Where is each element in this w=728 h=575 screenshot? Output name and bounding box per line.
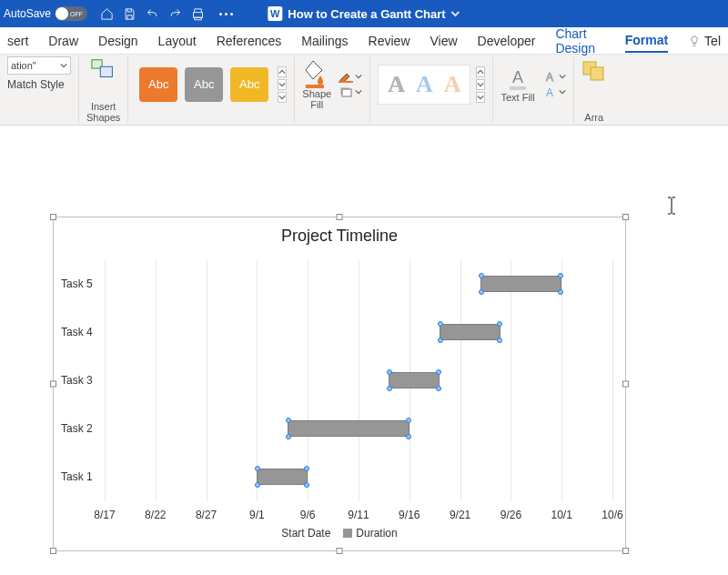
series-edit-handle[interactable] xyxy=(436,386,441,391)
title-bar: AutoSave OFF W How to Create a Gantt Cha… xyxy=(0,0,728,27)
x-axis-tick: 9/16 xyxy=(399,509,420,521)
resize-handle-e[interactable] xyxy=(622,381,629,388)
shape-style-orange[interactable]: Abc xyxy=(139,67,177,102)
x-axis-tick: 8/17 xyxy=(94,509,115,521)
bar-duration[interactable] xyxy=(389,372,440,388)
insert-shapes-icon[interactable] xyxy=(90,56,117,84)
bar[interactable] xyxy=(105,372,612,388)
shape-fill-icon[interactable] xyxy=(304,59,329,88)
selection-combo[interactable]: ation" xyxy=(7,56,71,75)
series-edit-handle[interactable] xyxy=(497,321,502,327)
series-edit-handle[interactable] xyxy=(436,369,441,375)
arrange-icon[interactable] xyxy=(581,56,607,84)
wordart-gallery[interactable]: A A A xyxy=(378,65,470,105)
home-icon[interactable] xyxy=(100,7,114,21)
series-edit-handle[interactable] xyxy=(304,482,309,488)
tab-format[interactable]: Format xyxy=(625,29,668,53)
redo-icon[interactable] xyxy=(168,7,182,21)
resize-handle-se[interactable] xyxy=(622,548,629,554)
undo-icon[interactable] xyxy=(146,7,159,21)
text-outline-button[interactable]: A xyxy=(542,70,566,83)
autosave-switch[interactable]: OFF xyxy=(55,6,87,21)
series-edit-handle[interactable] xyxy=(406,434,411,439)
series-edit-handle[interactable] xyxy=(497,338,502,343)
text-fill-icon[interactable]: A xyxy=(508,66,528,92)
shape-style-gold[interactable]: Abc xyxy=(230,67,268,102)
series-edit-handle[interactable] xyxy=(558,289,563,295)
bar-duration[interactable] xyxy=(257,469,308,485)
bar[interactable] xyxy=(105,469,612,485)
tab-design[interactable]: Design xyxy=(98,30,138,52)
match-style[interactable]: Match Style xyxy=(7,78,65,91)
chevron-down-icon xyxy=(278,81,286,88)
bar[interactable] xyxy=(105,324,612,340)
group-wordart: A A A xyxy=(370,56,493,123)
save-icon[interactable] xyxy=(123,7,136,21)
chart[interactable]: Project Timeline 8/178/228/279/19/69/119… xyxy=(57,221,622,547)
tab-references[interactable]: References xyxy=(217,30,282,52)
chart-selection-frame[interactable]: Project Timeline 8/178/228/279/19/69/119… xyxy=(53,217,626,551)
shape-style-gallery[interactable]: Abc Abc Abc xyxy=(136,67,272,102)
tab-chart-design[interactable]: Chart Design xyxy=(555,23,604,59)
series-edit-handle[interactable] xyxy=(558,273,563,278)
gallery-scroll[interactable] xyxy=(276,66,287,103)
resize-handle-nw[interactable] xyxy=(50,214,56,220)
tab-developer[interactable]: Developer xyxy=(478,30,536,52)
tab-draw[interactable]: Draw xyxy=(48,30,78,52)
wordart-style-2[interactable]: A xyxy=(416,71,433,98)
document-title[interactable]: W How to Create a Gantt Chart xyxy=(268,6,460,21)
tab-mailings[interactable]: Mailings xyxy=(301,30,348,52)
series-edit-handle[interactable] xyxy=(438,338,443,343)
tell-me[interactable]: Tel xyxy=(688,34,721,48)
tab-view[interactable]: View xyxy=(430,30,458,52)
bar[interactable] xyxy=(105,420,612,437)
x-axis-tick: 9/26 xyxy=(500,509,521,521)
document-area[interactable]: Project Timeline 8/178/228/279/19/69/119… xyxy=(0,126,728,575)
insert-shapes-caption: Insert Shapes xyxy=(86,101,120,123)
ribbon: ation" Match Style Insert Shapes Abc Abc… xyxy=(0,55,728,126)
series-edit-handle[interactable] xyxy=(286,418,291,423)
more-icon[interactable] xyxy=(219,13,233,15)
shape-style-gray[interactable]: Abc xyxy=(185,67,223,102)
bar-duration[interactable] xyxy=(288,420,410,437)
wordart-style-1[interactable]: A xyxy=(388,71,405,98)
bar-duration[interactable] xyxy=(480,276,561,292)
series-edit-handle[interactable] xyxy=(286,434,291,439)
svg-text:A: A xyxy=(512,68,523,86)
word-app-icon: W xyxy=(268,6,282,21)
tab-insert[interactable]: sert xyxy=(7,30,28,52)
chevron-down-icon xyxy=(559,73,566,80)
series-edit-handle[interactable] xyxy=(406,418,411,423)
chart-title[interactable]: Project Timeline xyxy=(57,227,622,246)
autosave-toggle[interactable]: AutoSave OFF xyxy=(0,6,93,21)
wordart-style-3[interactable]: A xyxy=(444,71,461,98)
series-edit-handle[interactable] xyxy=(304,466,309,471)
series-edit-handle[interactable] xyxy=(479,289,484,295)
resize-handle-w[interactable] xyxy=(50,381,56,388)
text-effects-button[interactable]: A xyxy=(542,86,566,98)
series-edit-handle[interactable] xyxy=(255,482,260,488)
svg-text:A: A xyxy=(546,71,553,83)
shape-outline-button[interactable] xyxy=(339,70,362,83)
chart-legend[interactable]: Start Date Duration xyxy=(57,527,622,540)
shape-effects-button[interactable] xyxy=(339,86,362,98)
x-axis-tick: 8/22 xyxy=(145,509,166,521)
series-edit-handle[interactable] xyxy=(479,273,484,278)
legend-entry-duration[interactable]: Duration xyxy=(343,527,397,540)
resize-handle-ne[interactable] xyxy=(622,214,629,220)
chevron-up-icon xyxy=(477,68,484,76)
resize-handle-s[interactable] xyxy=(337,548,343,554)
wordart-scroll[interactable] xyxy=(474,66,485,103)
bar[interactable] xyxy=(105,276,612,292)
tab-layout[interactable]: Layout xyxy=(158,30,197,52)
chart-plot-area[interactable]: 8/178/228/279/19/69/119/169/219/2610/110… xyxy=(105,259,612,501)
series-edit-handle[interactable] xyxy=(387,386,392,391)
print-icon[interactable] xyxy=(191,7,205,21)
bar-duration[interactable] xyxy=(440,324,500,340)
x-axis-tick: 9/11 xyxy=(348,509,369,521)
ribbon-tabs: sert Draw Design Layout References Maili… xyxy=(0,27,728,55)
resize-handle-n[interactable] xyxy=(337,214,343,220)
tab-review[interactable]: Review xyxy=(369,30,410,52)
resize-handle-sw[interactable] xyxy=(50,548,56,554)
legend-entry-startdate[interactable]: Start Date xyxy=(281,527,330,540)
